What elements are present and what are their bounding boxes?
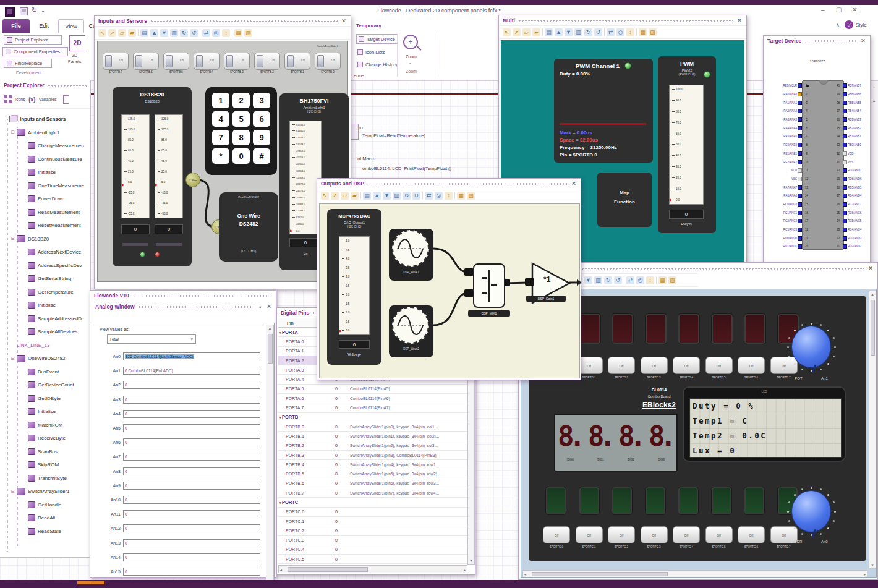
panels-2d-icon[interactable]: 2D (69, 35, 85, 51)
toolbar-icon[interactable]: ↕ (222, 29, 230, 37)
tree-item[interactable]: SampleAddressedD (2, 312, 90, 326)
close-icon[interactable]: ✕ (860, 38, 866, 44)
analog-value-input[interactable]: 0 (123, 496, 260, 504)
scroll-thumb[interactable] (288, 567, 368, 572)
tree-expander-icon[interactable] (11, 236, 17, 241)
gauge-marker-icon[interactable]: ▶ (155, 183, 158, 187)
toolbar-icon[interactable] (542, 28, 543, 36)
app-icon[interactable] (5, 7, 15, 17)
panel-drag-strip[interactable] (48, 83, 87, 87)
toolbar-icon[interactable] (454, 192, 455, 199)
toggle-switch[interactable]: On (163, 53, 189, 70)
chip-pin[interactable]: 23 RC4/ANC4 (834, 226, 870, 234)
tree-item[interactable]: ReadMeasurement (2, 206, 90, 219)
analog-value-input[interactable]: 0 (123, 553, 260, 561)
toggle-switch[interactable]: On (254, 53, 280, 70)
chip-pin[interactable]: 35 RB2/ANB2 (834, 124, 870, 132)
toolbar-icon[interactable]: ▱ (341, 192, 349, 200)
switch-handle[interactable] (105, 55, 112, 67)
pwm-gauge-block[interactable]: PWM PWM2 (PWM CH1) ▶ 100.090.080.070.060… (658, 56, 716, 233)
analog-value-input[interactable]: 0 (123, 381, 260, 389)
switch-handle[interactable] (166, 55, 173, 67)
tree-item[interactable]: PowerDown (2, 192, 90, 206)
tab-view[interactable]: View (58, 19, 84, 33)
save-icon[interactable] (20, 7, 28, 15)
toolbar-icon[interactable]: ▧ (467, 192, 475, 200)
gauge-marker-icon[interactable]: ▶ (290, 229, 293, 232)
chip-pin[interactable]: 32 VDD (834, 150, 870, 158)
toolbar-icon[interactable]: ↺ (190, 29, 198, 37)
tree-item[interactable]: Inputs and Sensors (2, 113, 90, 126)
close-icon[interactable]: ✕ (571, 181, 577, 187)
chip-pin[interactable]: 40 RB7/ANB7 (834, 82, 870, 90)
tree-item[interactable]: Initialise (2, 299, 90, 312)
toolbar-icon[interactable]: ↻ (584, 28, 592, 36)
toolbar-icon[interactable]: ⇄ (425, 192, 433, 200)
toolbar-icon[interactable]: ▤ (140, 29, 148, 37)
qat-dropdown-icon[interactable]: ▾ (42, 9, 44, 14)
push-button[interactable]: Off (641, 526, 668, 543)
chip-pin[interactable]: RE0/ANE0 8 (765, 141, 811, 150)
tree-item[interactable]: SkipROM (2, 458, 90, 472)
chip-pin[interactable]: 36 RB3/ANB3 (834, 116, 870, 124)
digital-pin-row[interactable]: PORTA.5 0 ComboBL0114(PinA5) (278, 385, 467, 394)
switch-handle[interactable] (287, 55, 294, 67)
chip-pin[interactable]: RA1/ANA1 3 (765, 98, 811, 107)
toolbar-icon[interactable] (232, 29, 232, 36)
restore-button[interactable]: ▢ (836, 6, 842, 13)
toolbar-icon[interactable]: ▦ (639, 28, 647, 36)
analog-value-input[interactable]: 0 ComboBL0114(Pot ADC) (123, 367, 260, 375)
push-button[interactable]: Off (673, 357, 700, 374)
digital-pin-row[interactable]: PORTC.1 0 (278, 517, 467, 526)
clipped-toolbar-icon[interactable] (63, 95, 69, 104)
toolbar-icon[interactable]: ▼ (584, 276, 592, 284)
ldr-knob[interactable] (791, 490, 831, 532)
scroll-thumb[interactable] (268, 334, 273, 364)
panel-drag-strip[interactable] (132, 294, 272, 297)
toolbar-icon[interactable]: ▥ (170, 29, 178, 37)
toggle-switch[interactable]: On (284, 53, 310, 70)
digital-pin-row[interactable]: PORTB.0 0 SwitchArraySlider1(pin0), keyp… (278, 422, 467, 432)
tree-item[interactable]: GetTemperature (2, 286, 90, 299)
board-vscrollbar[interactable]: ▲ ▼ (869, 291, 876, 569)
tree-item[interactable]: ReadAll (2, 511, 90, 525)
tree-item[interactable]: GetSerialString (2, 272, 90, 286)
project-explorer-button[interactable]: Project Explorer (4, 35, 62, 45)
toolbar-icon[interactable] (360, 192, 361, 199)
toolbar-icon[interactable]: ↗ (513, 28, 521, 36)
tree-item[interactable]: SampleAllDevices (2, 325, 90, 339)
inputs-canvas[interactable]: SwitchArraySlider1 On $PORTB.7 On $PORTB… (97, 41, 348, 282)
digital-pin-row[interactable]: PORTB.6 0 SwitchArraySlider1(pin6), keyp… (278, 479, 467, 488)
map-function-block[interactable]: Map Function (597, 173, 652, 227)
chip-pin[interactable]: RA3/ANA3 5 (765, 116, 811, 124)
help-icon[interactable]: ? (845, 20, 853, 29)
scroll-right-icon[interactable]: ▸ (464, 568, 466, 572)
tree-item[interactable]: AddressSpecificDev (2, 259, 90, 273)
panel-drag-strip[interactable] (804, 39, 857, 43)
chip-pin[interactable]: RC2/ANC2 17 (765, 217, 811, 226)
toolbar-icon[interactable] (422, 192, 423, 199)
tab-edit[interactable]: Edit (31, 19, 57, 33)
dock-icon[interactable]: ▪ (258, 304, 263, 310)
chip-pin[interactable]: 25 RC6/ANC6 (834, 208, 870, 217)
toolbar-icon[interactable]: ▲ (150, 29, 158, 37)
push-button[interactable]: Off (608, 357, 635, 374)
gauge-marker-icon[interactable]: ▶ (122, 183, 125, 187)
toolbar-icon[interactable]: ▥ (594, 276, 602, 284)
digital-pin-row[interactable]: PORTC.2 0 (278, 526, 467, 535)
tree-item[interactable]: Initialise (2, 405, 90, 419)
toolbar-icon[interactable]: ▰ (532, 28, 540, 36)
chip-pin[interactable]: RA7/ANA7 13 (765, 183, 811, 192)
chip-pin[interactable]: RC3/ANC3 18 (765, 226, 811, 234)
keypad-key[interactable]: 8 (232, 130, 250, 145)
refresh-icon[interactable]: ↻ (32, 6, 37, 14)
zoom-minus-button[interactable]: - (409, 61, 411, 65)
keypad-key[interactable]: 5 (232, 111, 250, 127)
toolbar-icon[interactable]: ⇄ (202, 29, 210, 37)
digital-pin-row[interactable]: PORTB.5 0 SwitchArraySlider1(pin5), keyp… (278, 469, 467, 479)
chip-pin[interactable]: RD1/AND1 20 (765, 242, 811, 251)
analog-value-input[interactable]: 0 (123, 539, 260, 547)
splitter-right-icon[interactable]: › (870, 85, 878, 90)
digital-pin-row[interactable]: PORTA.7 0 ComboBL0114(PinA7) (278, 403, 467, 412)
chip-pin[interactable]: RA2/ANA2 4 (765, 107, 811, 116)
